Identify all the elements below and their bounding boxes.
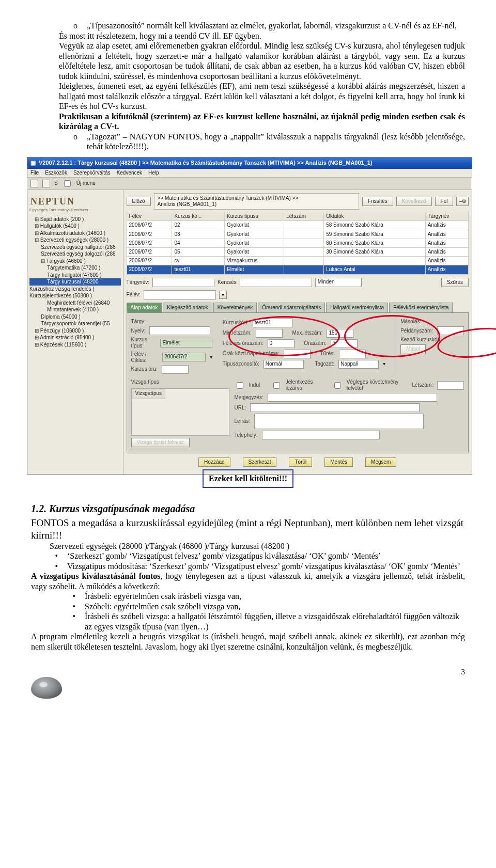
up-button[interactable]: Fel — [435, 197, 454, 206]
tab-alap[interactable]: Alap adatok — [127, 303, 162, 312]
filter-targynev-input[interactable] — [152, 278, 214, 287]
tab-kovet[interactable]: Követelmények — [213, 303, 257, 312]
dd-icon[interactable]: ▾ — [210, 354, 212, 360]
tree-item[interactable]: Kurzusjelentkezés (50800 ) — [29, 292, 121, 299]
tab-kieg[interactable]: Kiegészítő adatok — [163, 303, 212, 312]
chk-indul[interactable] — [237, 382, 243, 389]
pin-icon[interactable]: –⊕ — [456, 197, 469, 206]
dd-icon[interactable]: ▾ — [383, 361, 385, 367]
filter-szures-button[interactable]: Szűrés — [441, 278, 469, 287]
fld-kurzus-ara[interactable] — [162, 365, 189, 374]
grid-cell[interactable]: Analízis — [425, 221, 468, 230]
tab-hallgatoi[interactable]: Hallgatói eredménylista — [326, 303, 388, 312]
menu-file[interactable]: File — [30, 170, 39, 176]
grid-cell[interactable] — [284, 239, 324, 247]
grid-cell[interactable] — [284, 265, 324, 274]
grid-cell[interactable]: Gyakorlat — [224, 239, 284, 247]
btn-megsem[interactable]: Mégsem — [365, 457, 396, 467]
tree-item[interactable]: ⊞ Alkalmazotti adatok (14800 ) — [29, 230, 121, 237]
grid-cell[interactable] — [284, 257, 324, 265]
menu-fav[interactable]: Kedvencek — [117, 170, 142, 176]
grid-cell[interactable]: 04 — [172, 239, 225, 247]
grid-cell[interactable]: Analízis — [425, 257, 468, 265]
tree-item[interactable]: ⊞ Képzések (115600 ) — [29, 341, 121, 349]
menu-role[interactable]: Szerepkörváltás — [73, 170, 111, 176]
grid-cell[interactable]: 05 — [172, 248, 225, 257]
semester-input[interactable] — [144, 290, 216, 299]
fld-megj[interactable] — [268, 393, 437, 402]
grid-cell[interactable]: Analízis — [425, 265, 468, 274]
course-grid[interactable]: FélévKurzus kó...Kurzus típusaLétszámOkt… — [127, 212, 469, 274]
fld-telep[interactable] — [262, 431, 380, 439]
tree-item[interactable]: Kurzushoz vizsga rendelés ( — [29, 286, 121, 293]
grid-header[interactable]: Létszám — [284, 212, 324, 221]
menu-help[interactable]: Help — [148, 170, 159, 176]
grid-cell[interactable]: 2006/07/2 — [127, 230, 172, 239]
refresh-button[interactable]: Frissítés — [362, 197, 393, 206]
grid-cell[interactable]: Lukács Antal — [324, 265, 426, 274]
grid-cell[interactable]: Gyakorlat — [224, 248, 284, 257]
grid-cell[interactable]: 2006/07/2 — [127, 265, 172, 274]
tree-item[interactable]: Szervezeti egység hallgatói (286 — [29, 244, 121, 251]
fld-leiras[interactable] — [254, 414, 424, 429]
vizsga-listbox[interactable]: Vizsgatípus — [131, 388, 229, 436]
grid-cell[interactable]: 59 Simonné Szabó Klára — [324, 230, 426, 239]
grid-cell[interactable]: Analízis — [425, 239, 468, 247]
grid-cell[interactable]: 30 Simonné Szabó Klára — [324, 248, 426, 257]
chk-felvetel[interactable] — [334, 382, 341, 389]
grid-cell[interactable]: 2006/07/2 — [127, 239, 172, 247]
grid-header[interactable]: Kurzus kó... — [172, 212, 225, 221]
grid-cell[interactable]: 02 — [172, 221, 225, 230]
fld-kurzustip[interactable]: Elmélet — [160, 339, 212, 348]
chk-lezarva[interactable] — [273, 382, 280, 389]
grid-cell[interactable]: 03 — [172, 230, 225, 239]
tree-item[interactable]: ⊞ Saját adatok (200 ) — [29, 216, 121, 223]
fld-letszam[interactable] — [437, 381, 464, 390]
fld-url[interactable] — [250, 403, 420, 412]
btn-szerkeszt[interactable]: Szerkeszt — [243, 457, 277, 467]
grid-header[interactable]: Oktatók — [324, 212, 426, 221]
btn-mentes[interactable]: Mentés — [324, 457, 353, 467]
toolbar-check[interactable] — [64, 180, 71, 187]
grid-cell[interactable] — [324, 257, 426, 265]
grid-cell[interactable]: Analízis — [425, 248, 468, 257]
toolbar-back-icon[interactable] — [30, 180, 38, 187]
grid-cell[interactable]: teszt01 — [172, 265, 225, 274]
grid-header[interactable]: Kurzus típusa — [224, 212, 284, 221]
tree-item[interactable]: Tárgycsoportok órarendjei (55 — [29, 320, 121, 327]
nav-tree[interactable]: ⊞ Saját adatok (200 )⊞ Hallgatók (5400 )… — [29, 216, 121, 349]
menu-tools[interactable]: Eszközök — [45, 170, 67, 176]
grid-cell[interactable]: 2006/07/2 — [127, 248, 172, 257]
grid-cell[interactable]: Vizsgakurzus — [224, 257, 284, 265]
grid-header[interactable]: Tárgynév — [425, 212, 468, 221]
tab-orarend[interactable]: Órarendi adatszolgáltatás — [258, 303, 325, 312]
tree-item[interactable]: Tárgy hallgatói (47600 ) — [29, 272, 121, 279]
fld-tagozat[interactable]: Nappali — [338, 360, 379, 369]
grid-cell[interactable] — [284, 230, 324, 239]
grid-cell[interactable]: 2006/07/2 — [127, 257, 172, 265]
fld-nyelv[interactable] — [149, 326, 210, 335]
grid-cell[interactable]: Elmélet — [224, 265, 284, 274]
tree-item[interactable]: Meghirdetett félévei (26840 — [29, 299, 121, 307]
grid-cell[interactable]: Gyakorlat — [224, 221, 284, 230]
grid-cell[interactable] — [284, 221, 324, 230]
tree-item[interactable]: ⊞ Adminisztráció (95400 ) — [29, 334, 121, 341]
grid-cell[interactable]: 2006/07/2 — [127, 221, 172, 230]
grid-cell[interactable] — [284, 248, 324, 257]
filter-minden[interactable]: Minden — [315, 278, 362, 287]
grid-cell[interactable]: cv — [172, 257, 225, 265]
tree-item[interactable]: Diploma (54000 ) — [29, 313, 121, 321]
tree-item[interactable]: ⊞ Hallgatók (5400 ) — [29, 223, 121, 230]
tree-item[interactable]: Tárgy kurzusai (48200 — [29, 278, 121, 286]
semester-dd-icon[interactable]: ▾ — [219, 291, 227, 299]
grid-cell[interactable]: 60 Simonné Szabó Klára — [324, 239, 426, 247]
grid-header[interactable]: Félév — [127, 212, 172, 221]
fld-tipus[interactable]: Normál — [264, 360, 304, 369]
grid-cell[interactable]: Analízis — [425, 230, 468, 239]
tree-item[interactable]: ⊟ Tárgyak (46800 ) — [29, 258, 121, 265]
prev-button[interactable]: Előző — [127, 197, 151, 206]
btn-torol[interactable]: Töröl — [289, 457, 312, 467]
tree-item[interactable]: Tárgytematika (47200 ) — [29, 264, 121, 272]
tab-felevkozi[interactable]: Félévközi eredménylista — [389, 303, 453, 312]
tree-item[interactable]: Szervezeti egység dolgozói (288 — [29, 250, 121, 258]
